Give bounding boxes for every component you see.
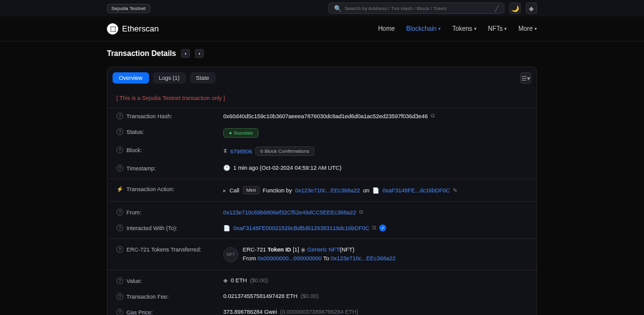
timestamp-value: 1 min ago (Oct-02-2024 04:59:12 AM UTC) (233, 165, 341, 171)
action-from-link[interactable]: 0x123e710c...EEc368a22 (295, 187, 360, 194)
next-tx-button[interactable]: › (195, 49, 204, 58)
help-icon[interactable]: ? (116, 309, 123, 315)
eth-network-icon[interactable]: ◆ (526, 3, 537, 14)
to-address-link[interactable]: 0xaF3148FE00021529cBdBd6129383119dc16bDF… (233, 225, 369, 231)
search-input[interactable] (345, 6, 492, 11)
testnet-badge[interactable]: Sepolia Testnet (107, 4, 150, 13)
tab-overview[interactable]: Overview (113, 72, 149, 84)
search-icon: 🔍 (334, 5, 341, 12)
nft-link[interactable]: Generic NFT (307, 246, 340, 253)
tab-state[interactable]: State (190, 72, 216, 84)
help-icon[interactable]: ? (116, 146, 123, 153)
nav-nfts[interactable]: NFTs▾ (488, 25, 507, 32)
nft-to-link[interactable]: 0x123e710c...EEc368a22 (331, 255, 396, 262)
copy-to-icon[interactable]: ⧉ (372, 224, 376, 231)
nav-tokens[interactable]: Tokens▾ (452, 25, 477, 32)
help-icon[interactable]: ? (116, 165, 123, 172)
confirmations-pill: 6 Block Confirmations (255, 146, 314, 156)
help-icon[interactable]: ? (116, 128, 123, 135)
block-link[interactable]: 6798506 (230, 148, 252, 155)
verified-icon: ✓ (379, 224, 386, 231)
logo[interactable]: ⬚ Etherscan (107, 23, 159, 35)
from-address-link[interactable]: 0x123e710c69b6806ef32Cf52e49dCC5EEEc368a… (223, 209, 356, 216)
prev-tx-button[interactable]: ‹ (181, 49, 190, 58)
nft-icon: NFT (223, 247, 238, 262)
filter-icon[interactable]: ╱ (495, 5, 499, 12)
clock-icon: 🕐 (223, 165, 230, 171)
gas-price-value: 373.896786284 Gwei (223, 309, 277, 315)
bolt-icon: ⚡ (116, 186, 123, 192)
search-box[interactable]: 🔍 ╱ (328, 3, 504, 14)
help-icon[interactable]: ? (116, 209, 123, 216)
hourglass-icon: ⧗ (223, 148, 227, 155)
edit-icon[interactable]: ✎ (453, 187, 458, 194)
value-eth: 0 ETH (231, 277, 247, 284)
copy-hash-icon[interactable]: ⧉ (431, 113, 435, 119)
help-icon[interactable]: ? (116, 224, 123, 231)
eth-icon: ◆ (223, 277, 228, 284)
contract-icon: 📄 (372, 187, 379, 194)
theme-toggle[interactable]: 🌙 (509, 3, 521, 14)
tx-fee-value: 0.021374557581497428 ETH (223, 293, 297, 299)
tab-logs[interactable]: Logs (1) (153, 72, 186, 84)
help-icon[interactable]: ? (116, 246, 123, 253)
nav-more[interactable]: More▾ (518, 25, 537, 32)
help-icon[interactable]: ? (116, 277, 123, 284)
menu-toggle[interactable]: ☰▾ (520, 72, 531, 84)
logo-icon: ⬚ (107, 23, 118, 35)
action-to-link[interactable]: 0xaF3148FE...dc16bDF0C (382, 187, 450, 194)
mint-pill: Mint (243, 186, 260, 194)
nft-from-link[interactable]: 0x00000000...000000000 (258, 255, 322, 262)
nav-home[interactable]: Home (378, 25, 395, 32)
copy-from-icon[interactable]: ⧉ (359, 209, 363, 216)
nav-blockchain[interactable]: Blockchain▾ (406, 25, 441, 32)
tx-hash-value: 0x60d40d5c159c10b3607aeeea7876030dc8ad1e… (223, 113, 428, 119)
help-icon[interactable]: ? (116, 293, 123, 300)
status-badge: ●Success (223, 128, 258, 138)
contract-icon: 📄 (223, 225, 230, 231)
help-icon[interactable]: ? (116, 113, 123, 119)
page-title: Transaction Details (107, 49, 176, 58)
testnet-notice: [ This is a Sepolia Testnet transaction … (108, 89, 536, 108)
